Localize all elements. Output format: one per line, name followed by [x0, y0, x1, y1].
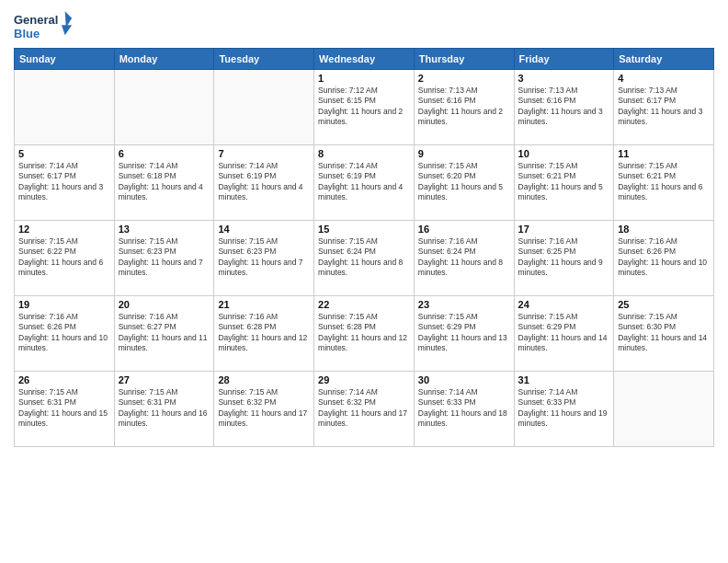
calendar-cell: 21Sunrise: 7:16 AMSunset: 6:28 PMDayligh… — [214, 296, 314, 372]
calendar-cell: 25Sunrise: 7:15 AMSunset: 6:30 PMDayligh… — [614, 296, 714, 372]
day-number: 10 — [518, 148, 610, 159]
day-info: Sunrise: 7:16 AMSunset: 6:28 PMDaylight:… — [218, 312, 310, 354]
calendar-cell: 15Sunrise: 7:15 AMSunset: 6:24 PMDayligh… — [314, 221, 415, 296]
day-info: Sunrise: 7:15 AMSunset: 6:32 PMDaylight:… — [218, 387, 310, 430]
day-number: 16 — [418, 224, 510, 235]
calendar-cell: 7Sunrise: 7:14 AMSunset: 6:19 PMDaylight… — [214, 145, 314, 221]
calendar-cell: 4Sunrise: 7:13 AMSunset: 6:17 PMDaylight… — [614, 70, 714, 145]
calendar-week-2: 12Sunrise: 7:15 AMSunset: 6:22 PMDayligh… — [15, 221, 714, 296]
day-info: Sunrise: 7:15 AMSunset: 6:31 PMDaylight:… — [18, 387, 110, 430]
calendar-cell: 8Sunrise: 7:14 AMSunset: 6:19 PMDaylight… — [314, 145, 415, 221]
calendar-cell: 6Sunrise: 7:14 AMSunset: 6:18 PMDaylight… — [114, 145, 214, 221]
day-info: Sunrise: 7:16 AMSunset: 6:24 PMDaylight:… — [418, 236, 510, 279]
calendar-cell: 1Sunrise: 7:12 AMSunset: 6:15 PMDaylight… — [314, 70, 415, 145]
svg-marker-2 — [62, 11, 72, 35]
calendar-header-row: SundayMondayTuesdayWednesdayThursdayFrid… — [15, 49, 714, 70]
day-number: 21 — [218, 299, 310, 310]
day-number: 25 — [618, 299, 710, 310]
calendar-cell: 23Sunrise: 7:15 AMSunset: 6:29 PMDayligh… — [414, 296, 514, 372]
calendar-cell: 2Sunrise: 7:13 AMSunset: 6:16 PMDaylight… — [414, 70, 514, 145]
calendar-week-0: 1Sunrise: 7:12 AMSunset: 6:15 PMDaylight… — [15, 70, 714, 145]
page: General Blue SundayMondayTuesdayWednesda… — [0, 0, 728, 563]
day-info: Sunrise: 7:14 AMSunset: 6:18 PMDaylight:… — [119, 161, 210, 203]
day-info: Sunrise: 7:14 AMSunset: 6:33 PMDaylight:… — [518, 387, 610, 430]
calendar-cell — [15, 70, 115, 145]
day-number: 29 — [318, 374, 410, 385]
day-info: Sunrise: 7:13 AMSunset: 6:16 PMDaylight:… — [418, 86, 510, 128]
calendar-week-4: 26Sunrise: 7:15 AMSunset: 6:31 PMDayligh… — [15, 372, 714, 447]
day-info: Sunrise: 7:14 AMSunset: 6:19 PMDaylight:… — [318, 161, 410, 203]
day-info: Sunrise: 7:15 AMSunset: 6:21 PMDaylight:… — [618, 161, 710, 203]
calendar-cell: 18Sunrise: 7:16 AMSunset: 6:26 PMDayligh… — [614, 221, 714, 296]
day-info: Sunrise: 7:15 AMSunset: 6:20 PMDaylight:… — [418, 161, 510, 203]
day-number: 9 — [418, 148, 510, 159]
day-number: 7 — [218, 148, 310, 159]
calendar-cell: 16Sunrise: 7:16 AMSunset: 6:24 PMDayligh… — [414, 221, 514, 296]
day-number: 27 — [119, 374, 210, 385]
day-number: 26 — [18, 374, 110, 385]
day-info: Sunrise: 7:16 AMSunset: 6:26 PMDaylight:… — [18, 312, 110, 354]
day-info: Sunrise: 7:15 AMSunset: 6:29 PMDaylight:… — [518, 312, 610, 354]
day-number: 1 — [318, 73, 410, 84]
calendar-cell: 10Sunrise: 7:15 AMSunset: 6:21 PMDayligh… — [514, 145, 614, 221]
day-number: 8 — [318, 148, 410, 159]
day-number: 24 — [518, 299, 610, 310]
day-info: Sunrise: 7:13 AMSunset: 6:17 PMDaylight:… — [618, 86, 710, 128]
day-number: 20 — [119, 299, 210, 310]
calendar-cell — [214, 70, 314, 145]
logo-icon: General Blue — [14, 9, 74, 44]
day-info: Sunrise: 7:15 AMSunset: 6:21 PMDaylight:… — [518, 161, 610, 203]
calendar-header-thursday: Thursday — [414, 49, 514, 70]
day-number: 22 — [318, 299, 410, 310]
day-number: 11 — [618, 148, 710, 159]
day-info: Sunrise: 7:15 AMSunset: 6:29 PMDaylight:… — [418, 312, 510, 354]
day-number: 18 — [618, 224, 710, 235]
day-number: 6 — [119, 148, 210, 159]
calendar-header-friday: Friday — [514, 49, 614, 70]
calendar-cell: 30Sunrise: 7:14 AMSunset: 6:33 PMDayligh… — [414, 372, 514, 447]
calendar-cell: 24Sunrise: 7:15 AMSunset: 6:29 PMDayligh… — [514, 296, 614, 372]
day-info: Sunrise: 7:14 AMSunset: 6:17 PMDaylight:… — [18, 161, 110, 203]
day-number: 28 — [218, 374, 310, 385]
day-number: 2 — [418, 73, 510, 84]
day-number: 19 — [18, 299, 110, 310]
calendar-cell: 9Sunrise: 7:15 AMSunset: 6:20 PMDaylight… — [414, 145, 514, 221]
day-number: 5 — [18, 148, 110, 159]
day-number: 13 — [119, 224, 210, 235]
calendar-cell: 5Sunrise: 7:14 AMSunset: 6:17 PMDaylight… — [15, 145, 115, 221]
header: General Blue — [14, 9, 714, 44]
day-info: Sunrise: 7:12 AMSunset: 6:15 PMDaylight:… — [318, 86, 410, 128]
calendar-cell: 17Sunrise: 7:16 AMSunset: 6:25 PMDayligh… — [514, 221, 614, 296]
calendar-cell: 27Sunrise: 7:15 AMSunset: 6:31 PMDayligh… — [114, 372, 214, 447]
day-info: Sunrise: 7:15 AMSunset: 6:28 PMDaylight:… — [318, 312, 410, 354]
day-info: Sunrise: 7:14 AMSunset: 6:19 PMDaylight:… — [218, 161, 310, 203]
calendar-cell: 28Sunrise: 7:15 AMSunset: 6:32 PMDayligh… — [214, 372, 314, 447]
calendar-cell: 26Sunrise: 7:15 AMSunset: 6:31 PMDayligh… — [15, 372, 115, 447]
calendar-cell: 13Sunrise: 7:15 AMSunset: 6:23 PMDayligh… — [114, 221, 214, 296]
calendar-cell: 29Sunrise: 7:14 AMSunset: 6:32 PMDayligh… — [314, 372, 415, 447]
day-info: Sunrise: 7:16 AMSunset: 6:25 PMDaylight:… — [518, 236, 610, 279]
calendar-cell: 20Sunrise: 7:16 AMSunset: 6:27 PMDayligh… — [114, 296, 214, 372]
day-info: Sunrise: 7:15 AMSunset: 6:23 PMDaylight:… — [218, 236, 310, 279]
calendar-header-tuesday: Tuesday — [214, 49, 314, 70]
day-info: Sunrise: 7:15 AMSunset: 6:22 PMDaylight:… — [18, 236, 110, 279]
calendar-cell: 22Sunrise: 7:15 AMSunset: 6:28 PMDayligh… — [314, 296, 415, 372]
calendar-header-saturday: Saturday — [614, 49, 714, 70]
day-info: Sunrise: 7:13 AMSunset: 6:16 PMDaylight:… — [518, 86, 610, 128]
day-number: 23 — [418, 299, 510, 310]
calendar-cell: 11Sunrise: 7:15 AMSunset: 6:21 PMDayligh… — [614, 145, 714, 221]
logo: General Blue — [14, 9, 74, 44]
svg-text:Blue: Blue — [14, 27, 40, 40]
day-info: Sunrise: 7:15 AMSunset: 6:30 PMDaylight:… — [618, 312, 710, 354]
day-number: 17 — [518, 224, 610, 235]
calendar-cell: 14Sunrise: 7:15 AMSunset: 6:23 PMDayligh… — [214, 221, 314, 296]
day-info: Sunrise: 7:15 AMSunset: 6:23 PMDaylight:… — [119, 236, 210, 279]
day-info: Sunrise: 7:16 AMSunset: 6:26 PMDaylight:… — [618, 236, 710, 279]
day-info: Sunrise: 7:14 AMSunset: 6:32 PMDaylight:… — [318, 387, 410, 430]
day-info: Sunrise: 7:14 AMSunset: 6:33 PMDaylight:… — [418, 387, 510, 430]
calendar: SundayMondayTuesdayWednesdayThursdayFrid… — [14, 48, 714, 447]
day-number: 3 — [518, 73, 610, 84]
day-info: Sunrise: 7:15 AMSunset: 6:31 PMDaylight:… — [119, 387, 210, 430]
calendar-week-3: 19Sunrise: 7:16 AMSunset: 6:26 PMDayligh… — [15, 296, 714, 372]
day-number: 14 — [218, 224, 310, 235]
